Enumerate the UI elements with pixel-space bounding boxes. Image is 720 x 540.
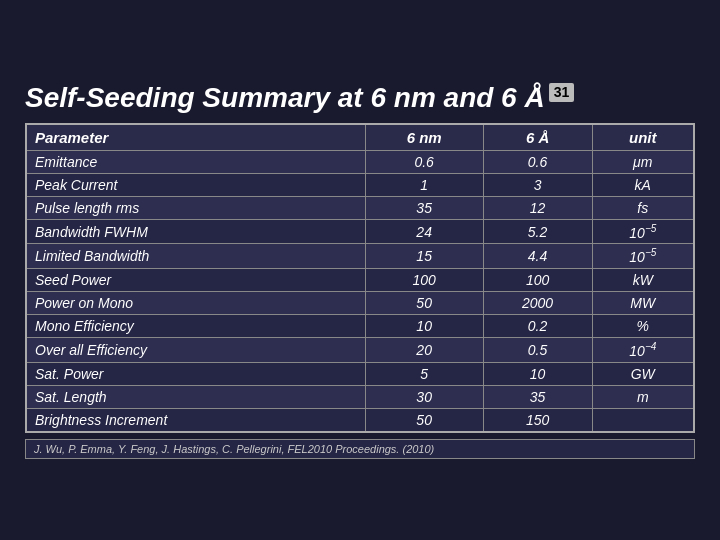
cell-unit: μm	[592, 150, 694, 173]
cell-parameter: Emittance	[26, 150, 365, 173]
table-row: Seed Power100100kW	[26, 269, 694, 292]
table-row: Limited Bandwidth154.410−5	[26, 244, 694, 269]
col-header-unit: unit	[592, 124, 694, 151]
cell-unit: kA	[592, 173, 694, 196]
cell-unit	[592, 408, 694, 432]
title-text: Self-Seeding Summary at 6 nm and 6 Å	[25, 82, 545, 113]
cell-parameter: Pulse length rms	[26, 196, 365, 219]
cell-parameter: Over all Efficiency	[26, 338, 365, 363]
cell-val2: 150	[483, 408, 592, 432]
cell-parameter: Peak Current	[26, 173, 365, 196]
cell-unit: GW	[592, 362, 694, 385]
cell-val2: 35	[483, 385, 592, 408]
cell-val2: 2000	[483, 292, 592, 315]
cell-val2: 3	[483, 173, 592, 196]
main-container: Self-Seeding Summary at 6 nm and 6 Å31 P…	[10, 71, 710, 469]
table-header-row: Parameter 6 nm 6 Å unit	[26, 124, 694, 151]
table-row: Pulse length rms3512fs	[26, 196, 694, 219]
table-row: Emittance0.60.6μm	[26, 150, 694, 173]
table-row: Bandwidth FWHM245.210−5	[26, 219, 694, 244]
page-number: 31	[549, 83, 575, 102]
cell-unit: 10−5	[592, 219, 694, 244]
cell-parameter: Bandwidth FWHM	[26, 219, 365, 244]
cell-unit: 10−5	[592, 244, 694, 269]
table-row: Peak Current13kA	[26, 173, 694, 196]
cell-val1: 30	[365, 385, 483, 408]
cell-val1: 50	[365, 292, 483, 315]
footer-citation: J. Wu, P. Emma, Y. Feng, J. Hastings, C.…	[25, 439, 695, 459]
summary-table: Parameter 6 nm 6 Å unit Emittance0.60.6μ…	[25, 123, 695, 433]
table-row: Mono Efficiency100.2%	[26, 315, 694, 338]
cell-unit: 10−4	[592, 338, 694, 363]
cell-unit: kW	[592, 269, 694, 292]
table-row: Sat. Power510GW	[26, 362, 694, 385]
col-header-6nm: 6 nm	[365, 124, 483, 151]
cell-val1: 5	[365, 362, 483, 385]
cell-val1: 20	[365, 338, 483, 363]
cell-parameter: Limited Bandwidth	[26, 244, 365, 269]
cell-val1: 50	[365, 408, 483, 432]
cell-val2: 0.6	[483, 150, 592, 173]
table-row: Power on Mono502000MW	[26, 292, 694, 315]
cell-parameter: Sat. Power	[26, 362, 365, 385]
cell-val1: 0.6	[365, 150, 483, 173]
cell-val2: 0.2	[483, 315, 592, 338]
cell-val1: 15	[365, 244, 483, 269]
cell-val1: 1	[365, 173, 483, 196]
cell-parameter: Power on Mono	[26, 292, 365, 315]
table-row: Brightness Increment50150	[26, 408, 694, 432]
citation-text: J. Wu, P. Emma, Y. Feng, J. Hastings, C.…	[34, 443, 434, 455]
cell-val2: 12	[483, 196, 592, 219]
cell-unit: fs	[592, 196, 694, 219]
table-row: Over all Efficiency200.510−4	[26, 338, 694, 363]
cell-val2: 5.2	[483, 219, 592, 244]
cell-parameter: Mono Efficiency	[26, 315, 365, 338]
slide-title: Self-Seeding Summary at 6 nm and 6 Å31	[25, 81, 695, 115]
cell-val1: 24	[365, 219, 483, 244]
table-row: Sat. Length3035m	[26, 385, 694, 408]
cell-parameter: Seed Power	[26, 269, 365, 292]
cell-val1: 10	[365, 315, 483, 338]
cell-unit: %	[592, 315, 694, 338]
cell-unit: m	[592, 385, 694, 408]
col-header-6a: 6 Å	[483, 124, 592, 151]
cell-val2: 4.4	[483, 244, 592, 269]
col-header-parameter: Parameter	[26, 124, 365, 151]
cell-val1: 100	[365, 269, 483, 292]
cell-val1: 35	[365, 196, 483, 219]
cell-val2: 10	[483, 362, 592, 385]
cell-val2: 100	[483, 269, 592, 292]
cell-parameter: Brightness Increment	[26, 408, 365, 432]
cell-val2: 0.5	[483, 338, 592, 363]
cell-parameter: Sat. Length	[26, 385, 365, 408]
cell-unit: MW	[592, 292, 694, 315]
